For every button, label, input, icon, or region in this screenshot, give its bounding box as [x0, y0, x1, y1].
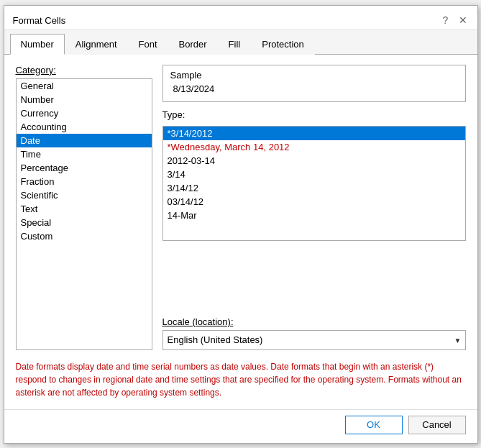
dialog-title: Format Cells: [13, 15, 66, 26]
type-item-type5[interactable]: 3/14/12: [163, 181, 465, 195]
category-item-fraction[interactable]: Fraction: [17, 175, 152, 188]
type-item-type1[interactable]: *3/14/2012: [163, 127, 465, 140]
category-item-accounting[interactable]: Accounting: [17, 120, 152, 134]
category-item-text[interactable]: Text: [17, 202, 152, 216]
left-panel: Category: GeneralNumberCurrencyAccountin…: [16, 65, 152, 350]
category-item-general[interactable]: General: [17, 79, 152, 93]
tab-alignment[interactable]: Alignment: [65, 34, 128, 55]
type-section: Type: *3/14/2012*Wednesday, March 14, 20…: [162, 109, 466, 309]
close-icon[interactable]: ✕: [457, 14, 469, 26]
category-list[interactable]: GeneralNumberCurrencyAccountingDateTimeP…: [17, 79, 152, 349]
button-row: OK Cancel: [4, 409, 477, 443]
type-item-type7[interactable]: 14-Mar: [163, 209, 465, 222]
type-list[interactable]: *3/14/2012*Wednesday, March 14, 20122012…: [163, 127, 465, 240]
tab-border[interactable]: Border: [168, 34, 218, 55]
cancel-button[interactable]: Cancel: [408, 416, 466, 434]
tab-font[interactable]: Font: [128, 34, 168, 55]
category-item-custom[interactable]: Custom: [17, 229, 152, 243]
title-bar: Format Cells ? ✕: [4, 6, 477, 30]
sample-label: Sample: [170, 70, 458, 81]
sample-section: Sample 8/13/2024: [162, 65, 466, 102]
main-row: Category: GeneralNumberCurrencyAccountin…: [16, 65, 466, 350]
help-icon[interactable]: ?: [440, 14, 452, 26]
category-item-special[interactable]: Special: [17, 216, 152, 229]
tab-fill[interactable]: Fill: [218, 34, 252, 55]
locale-label: Locale (location):: [162, 316, 466, 327]
category-item-time[interactable]: Time: [17, 147, 152, 161]
ok-button[interactable]: OK: [345, 416, 403, 434]
locale-select[interactable]: English (United States)English (United K…: [162, 330, 466, 350]
tab-protection[interactable]: Protection: [251, 34, 315, 55]
type-item-type2[interactable]: *Wednesday, March 14, 2012: [163, 140, 465, 154]
category-label: Category:: [16, 65, 152, 76]
category-item-percentage[interactable]: Percentage: [17, 161, 152, 175]
locale-wrapper: English (United States)English (United K…: [162, 330, 466, 350]
title-bar-icons: ? ✕: [440, 14, 469, 26]
tab-number[interactable]: Number: [10, 34, 65, 55]
category-list-container: GeneralNumberCurrencyAccountingDateTimeP…: [16, 78, 152, 350]
category-item-scientific[interactable]: Scientific: [17, 188, 152, 202]
type-item-type6[interactable]: 03/14/12: [163, 195, 465, 209]
category-item-date[interactable]: Date: [17, 134, 152, 147]
type-list-container: *3/14/2012*Wednesday, March 14, 20122012…: [162, 126, 466, 241]
type-item-type4[interactable]: 3/14: [163, 168, 465, 181]
sample-value: 8/13/2024: [170, 83, 458, 94]
description-text: Date formats display date and time seria…: [16, 360, 466, 399]
category-item-currency[interactable]: Currency: [17, 106, 152, 120]
category-item-number[interactable]: Number: [17, 93, 152, 106]
dialog-body: Category: GeneralNumberCurrencyAccountin…: [4, 55, 477, 409]
format-cells-dialog: Format Cells ? ✕ Number Alignment Font B…: [4, 5, 478, 444]
tab-bar: Number Alignment Font Border Fill Protec…: [4, 30, 477, 55]
locale-section: Locale (location): English (United State…: [162, 316, 466, 350]
type-label: Type:: [162, 109, 466, 120]
type-item-type3[interactable]: 2012-03-14: [163, 154, 465, 168]
right-panel: Sample 8/13/2024 Type: *3/14/2012*Wednes…: [162, 65, 466, 350]
